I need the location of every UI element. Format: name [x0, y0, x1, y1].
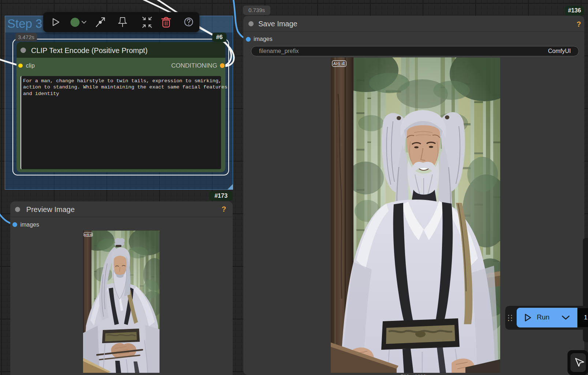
svg-text:AI生成: AI生成 [333, 61, 345, 66]
svg-text:AI生成: AI生成 [84, 233, 93, 236]
